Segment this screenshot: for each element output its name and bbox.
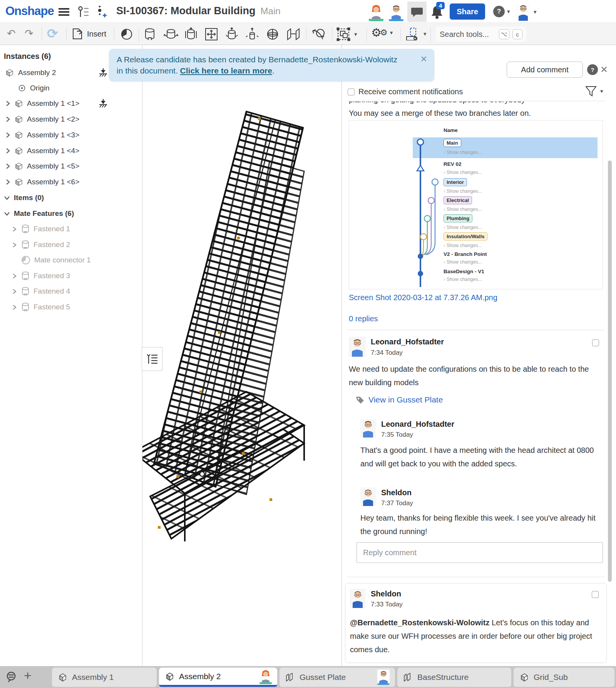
feature-tools-menu[interactable]: ⚙ ⚙ ▾ [371,26,393,39]
new-tab-plus-icon[interactable]: + [24,668,32,683]
banner-close-icon[interactable]: ✕ [420,54,427,64]
learn-more-link[interactable]: Click here to learn more [180,66,272,75]
tab-grid-sub[interactable]: Grid_Sub [514,668,614,687]
tab-assembly2[interactable]: Assembly 2 [159,668,277,687]
reply-body: That's a good point. I have a meeting wi… [360,444,601,471]
instances-flyout-toggle[interactable] [142,347,162,371]
comments-close-icon[interactable]: ✕ [600,64,608,75]
view-in-gusset-plate-link[interactable]: View in Gusset Plate [368,395,443,404]
notifications-checkbox[interactable] [348,89,355,95]
tree-item-assembly1-2[interactable]: Assembly 1 <2> [5,113,79,126]
comments-help-icon[interactable]: ? [587,64,598,75]
insert-version-icon[interactable] [96,5,108,18]
fixed-anchor-icon [98,67,108,77]
onshape-logo[interactable]: Onshape [5,4,54,18]
chevron-down-icon: ▾ [534,8,537,15]
chevron-right-icon[interactable] [5,132,11,138]
chevron-right-icon[interactable] [5,148,11,154]
user-account-menu[interactable]: ▾ [516,3,537,21]
comment-body: We need to update the configurations on … [349,362,603,389]
tab-basestructure[interactable]: BaseStructure [397,668,511,687]
chevron-down-icon: ▾ [354,31,357,38]
chevron-down-icon: ▾ [600,88,603,95]
transform-rotate-icon[interactable] [311,27,326,42]
tree-item-fastened3[interactable]: Fastened 3 [12,269,70,282]
tree-section-items[interactable]: Items (0) [4,191,44,204]
comment-resolve-checkbox[interactable] [592,339,599,346]
reply-comment-input[interactable] [357,542,603,563]
tab-gusset-plate[interactable]: Gusset Plate [280,668,395,687]
notifications-label: Receive comment notifications [358,87,463,96]
part-studio-icon [285,672,296,683]
tree-section-mate-features[interactable]: Mate Features (6) [4,207,74,220]
attached-version-tree-image[interactable]: Name Main Show changes... REV 02 Sh [349,120,603,289]
comments-toggle-button[interactable] [407,2,427,22]
undo-icon[interactable]: ↶ [7,27,16,40]
fastened-mate-icon [21,240,30,250]
tree-item-assembly1-5[interactable]: Assembly 1 <5> [5,160,79,173]
version-tree-icon[interactable] [77,5,89,18]
slider-mate-icon[interactable] [184,27,198,41]
comment-tag-link-row: View in Gusset Plate [355,395,443,404]
cylindrical-mate-icon[interactable] [225,27,239,41]
assembly-icon [14,146,24,156]
chevron-down-icon[interactable] [4,195,10,201]
assembly-3d-view[interactable] [142,45,341,666]
comment-resolve-checkbox[interactable] [592,591,599,598]
tree-item-mate-connector1[interactable]: Mate connector 1 [21,254,91,267]
vt-row-rev02: REV 02 [444,161,462,167]
pin-slot-mate-icon[interactable] [245,27,259,41]
vt-row-electrical: Electrical [444,196,472,204]
tree-item-fastened5[interactable]: Fastened 5 [12,301,70,314]
comment-filter-menu[interactable]: ▾ [585,85,603,97]
comment-body: @Bernadette_Rostenkowski-Wolowitz Let's … [350,616,602,656]
tab-assembly1[interactable]: Assembly 1 [52,668,157,687]
share-button[interactable]: Share [450,3,485,20]
tree-item-assembly1-1[interactable]: Assembly 1 <1> [5,97,79,110]
fastened-mate-icon [21,286,30,296]
chevron-right-icon[interactable] [12,289,17,294]
chevron-right-icon[interactable] [5,163,11,169]
tree-item-fastened4[interactable]: Fastened 4 [12,285,70,298]
revolute-mate-icon[interactable] [164,27,178,41]
group-tools-menu[interactable]: ▾ [336,27,357,41]
tree-item-origin[interactable]: Origin [18,82,50,95]
update-sync-icon[interactable]: ⟳ [47,26,58,41]
tab-avatar-bernadette [259,669,272,684]
attachment-filename-link[interactable]: Screen Shot 2020-03-12 at 7.37.26 AM.png [349,293,497,302]
chevron-down-icon: ▾ [507,8,510,15]
parallel-mate-icon[interactable] [286,27,301,41]
section-view-menu[interactable]: ▾ [405,27,427,40]
comments-scrollbar[interactable] [608,160,612,582]
chevron-right-icon[interactable] [12,242,17,248]
mention[interactable]: @Bernadette_Rostenkowski-Wolowitz [350,618,490,627]
mate-connector-icon[interactable] [120,28,133,41]
tree-item-assembly2-root[interactable]: Assembly 2 [5,66,56,79]
help-icon: ? [493,6,505,17]
ball-mate-icon[interactable] [266,27,280,41]
tree-item-assembly1-4[interactable]: Assembly 1 <4> [5,144,79,157]
chevron-right-icon[interactable] [5,116,11,122]
chevron-right-icon[interactable] [5,100,11,107]
tab-search-icon[interactable] [5,671,21,684]
document-title: SI-100367: Modular Building [116,5,256,17]
fastened-mate-icon [21,302,30,312]
replies-count-link[interactable]: 0 replies [349,314,378,323]
fastened-mate-icon[interactable] [143,27,156,41]
tree-item-fastened2[interactable]: Fastened 2 [12,238,70,251]
tree-item-assembly1-3[interactable]: Assembly 1 <3> [5,129,79,142]
add-comment-button[interactable]: Add comment [507,62,583,78]
hamburger-menu-icon[interactable] [59,8,69,16]
redo-icon[interactable]: ↷ [25,27,33,40]
chevron-right-icon[interactable] [12,304,17,310]
tree-item-assembly1-6[interactable]: Assembly 1 <6> [5,175,79,189]
chevron-right-icon[interactable] [5,179,11,185]
insert-button[interactable]: Insert [72,27,106,40]
chevron-down-icon[interactable] [4,210,10,217]
help-menu[interactable]: ? ▾ [493,6,510,17]
tree-item-fastened1[interactable]: Fastened 1 [12,222,70,235]
chevron-right-icon[interactable] [12,273,17,279]
planar-mate-icon[interactable] [204,27,218,41]
chevron-right-icon[interactable] [12,226,17,232]
search-tools-field[interactable]: Search tools... ⌥ c [436,27,526,42]
